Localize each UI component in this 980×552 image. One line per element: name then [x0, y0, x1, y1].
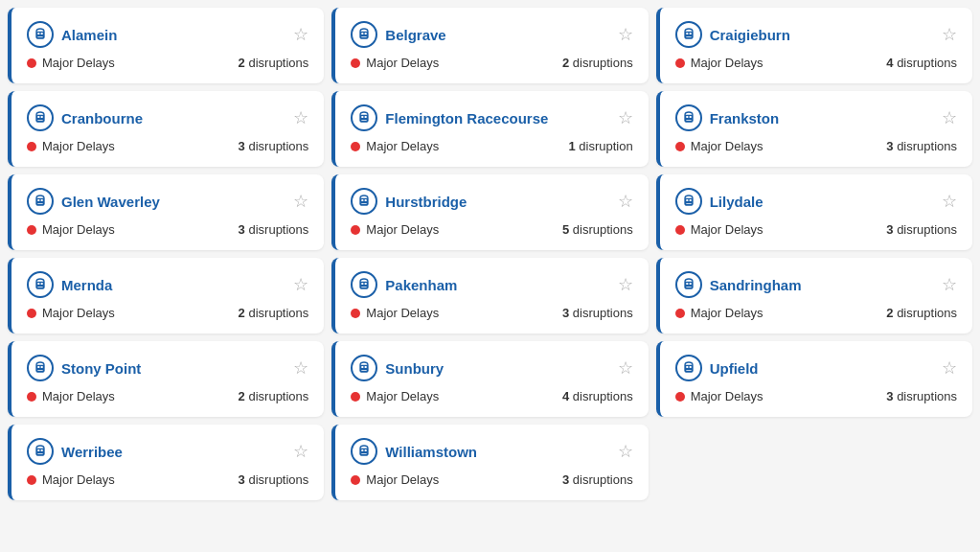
line-card[interactable]: Stony Point ☆ Major Delays 2 disruptions	[8, 341, 324, 417]
line-card[interactable]: Alamein ☆ Major Delays 2 disruptions	[8, 8, 324, 83]
status-dot	[675, 392, 685, 402]
disruptions-count: 3 disruptions	[886, 389, 957, 403]
card-title-wrap: Belgrave	[351, 21, 445, 48]
status-label: Major Delays	[42, 139, 115, 153]
card-title-wrap: Upfield	[675, 355, 759, 381]
line-card[interactable]: Werribee ☆ Major Delays 3 disruptions	[8, 425, 324, 500]
line-card[interactable]: Flemington Racecourse ☆ Major Delays 1 d…	[331, 91, 648, 167]
train-icon	[351, 188, 377, 215]
card-header: Glen Waverley ☆	[27, 188, 308, 215]
favorite-button[interactable]: ☆	[293, 276, 308, 293]
train-svg	[356, 444, 372, 459]
line-card[interactable]: Williamstown ☆ Major Delays 3 disruption…	[331, 425, 648, 500]
train-icon	[351, 21, 377, 48]
line-card[interactable]: Sandringham ☆ Major Delays 2 disruptions	[656, 258, 972, 334]
favorite-button[interactable]: ☆	[293, 359, 308, 377]
train-icon	[27, 271, 54, 298]
line-card[interactable]: Sunbury ☆ Major Delays 4 disruptions	[331, 341, 648, 417]
card-header: Mernda ☆	[27, 271, 308, 298]
train-icon	[351, 271, 377, 298]
line-card[interactable]: Frankston ☆ Major Delays 3 disruptions	[656, 91, 972, 167]
line-card[interactable]: Glen Waverley ☆ Major Delays 3 disruptio…	[8, 174, 324, 250]
status-label: Major Delays	[42, 306, 115, 320]
favorite-button[interactable]: ☆	[293, 443, 308, 460]
status-row: Major Delays	[27, 472, 115, 487]
card-header: Werribee ☆	[27, 438, 308, 465]
favorite-button[interactable]: ☆	[942, 359, 957, 377]
train-icon	[351, 438, 377, 465]
status-label: Major Delays	[691, 222, 763, 237]
train-svg	[681, 27, 696, 42]
favorite-button[interactable]: ☆	[293, 109, 308, 126]
status-row: Major Delays	[675, 222, 763, 237]
status-row: Major Delays	[27, 389, 115, 403]
line-card[interactable]: Upfield ☆ Major Delays 3 disruptions	[656, 341, 972, 417]
status-label: Major Delays	[366, 56, 439, 70]
card-title-wrap: Pakenham	[351, 271, 457, 298]
train-svg	[33, 444, 48, 459]
favorite-button[interactable]: ☆	[618, 193, 633, 210]
card-footer: Major Delays 2 disruptions	[27, 306, 308, 320]
line-name: Stony Point	[61, 360, 141, 377]
favorite-button[interactable]: ☆	[618, 109, 633, 126]
favorite-button[interactable]: ☆	[293, 193, 308, 210]
line-name: Flemington Racecourse	[385, 110, 548, 126]
status-row: Major Delays	[351, 139, 439, 153]
line-card[interactable]: Lilydale ☆ Major Delays 3 disruptions	[656, 174, 972, 250]
favorite-button[interactable]: ☆	[618, 26, 633, 43]
train-icon	[27, 438, 54, 465]
favorite-button[interactable]: ☆	[618, 276, 633, 293]
card-footer: Major Delays 1 disruption	[351, 139, 632, 153]
favorite-button[interactable]: ☆	[942, 193, 957, 210]
status-dot	[27, 225, 36, 235]
train-svg	[356, 110, 372, 126]
favorite-button[interactable]: ☆	[942, 26, 957, 43]
card-footer: Major Delays 3 disruptions	[27, 222, 308, 237]
card-title-wrap: Glen Waverley	[27, 188, 160, 215]
favorite-button[interactable]: ☆	[293, 26, 308, 43]
line-name: Frankston	[710, 110, 780, 126]
card-title-wrap: Sunbury	[351, 355, 444, 381]
line-card[interactable]: Hurstbridge ☆ Major Delays 5 disruptions	[331, 174, 648, 250]
status-dot	[351, 142, 360, 151]
disruptions-count: 3 disruptions	[239, 222, 309, 237]
card-footer: Major Delays 2 disruptions	[27, 389, 308, 403]
status-dot	[27, 58, 36, 68]
favorite-button[interactable]: ☆	[942, 276, 957, 293]
status-row: Major Delays	[675, 56, 763, 70]
card-header: Belgrave ☆	[351, 21, 632, 48]
status-label: Major Delays	[366, 472, 439, 487]
card-title-wrap: Frankston	[675, 104, 780, 131]
status-label: Major Delays	[42, 56, 115, 70]
status-dot	[27, 142, 36, 151]
status-row: Major Delays	[351, 222, 439, 237]
favorite-button[interactable]: ☆	[618, 359, 633, 377]
favorite-button[interactable]: ☆	[942, 109, 957, 126]
card-header: Stony Point ☆	[27, 355, 308, 381]
train-icon	[675, 104, 702, 131]
card-header: Frankston ☆	[675, 104, 957, 131]
lines-grid: Alamein ☆ Major Delays 2 disruptions	[8, 8, 972, 500]
line-card[interactable]: Pakenham ☆ Major Delays 3 disruptions	[331, 258, 648, 334]
line-card[interactable]: Mernda ☆ Major Delays 2 disruptions	[8, 258, 324, 334]
card-title-wrap: Flemington Racecourse	[351, 104, 548, 131]
status-label: Major Delays	[366, 306, 439, 320]
status-row: Major Delays	[675, 139, 763, 153]
disruptions-count: 3 disruptions	[562, 306, 633, 320]
disruptions-count: 3 disruptions	[562, 472, 633, 487]
favorite-button[interactable]: ☆	[618, 443, 633, 460]
status-label: Major Delays	[366, 389, 439, 403]
card-title-wrap: Sandringham	[675, 271, 802, 298]
disruptions-count: 2 disruptions	[239, 389, 309, 403]
line-name: Pakenham	[385, 277, 457, 293]
line-card[interactable]: Cranbourne ☆ Major Delays 3 disruptions	[8, 91, 324, 167]
line-card[interactable]: Belgrave ☆ Major Delays 2 disruptions	[331, 8, 648, 83]
status-dot	[675, 225, 685, 235]
line-card[interactable]: Craigieburn ☆ Major Delays 4 disruptions	[656, 8, 972, 83]
train-svg	[33, 194, 48, 209]
status-label: Major Delays	[42, 389, 115, 403]
disruptions-count: 3 disruptions	[886, 222, 957, 237]
card-header: Flemington Racecourse ☆	[351, 104, 632, 131]
card-footer: Major Delays 4 disruptions	[675, 56, 957, 70]
status-row: Major Delays	[27, 56, 115, 70]
